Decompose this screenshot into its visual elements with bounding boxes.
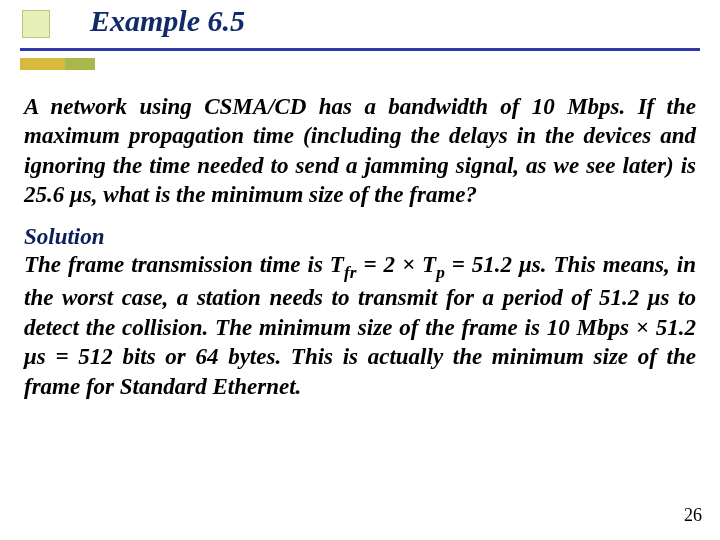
solution-part: = 2 × T bbox=[356, 252, 436, 277]
slide-body: A network using CSMA/CD has a bandwidth … bbox=[24, 92, 696, 401]
slide-header: Example 6.5 bbox=[0, 0, 720, 70]
slide-title: Example 6.5 bbox=[90, 4, 245, 38]
bullet-square-icon bbox=[22, 10, 50, 38]
divider-gold bbox=[20, 58, 65, 70]
divider-olive bbox=[65, 58, 95, 70]
subscript-p: p bbox=[436, 262, 445, 281]
divider-blue bbox=[20, 48, 700, 51]
page-number: 26 bbox=[684, 505, 702, 526]
solution-part: The frame transmission time is T bbox=[24, 252, 344, 277]
solution-heading: Solution bbox=[24, 224, 696, 250]
subscript-fr: fr bbox=[344, 262, 356, 281]
slide: Example 6.5 A network using CSMA/CD has … bbox=[0, 0, 720, 540]
problem-text: A network using CSMA/CD has a bandwidth … bbox=[24, 92, 696, 210]
solution-text: The frame transmission time is Tfr = 2 ×… bbox=[24, 250, 696, 401]
